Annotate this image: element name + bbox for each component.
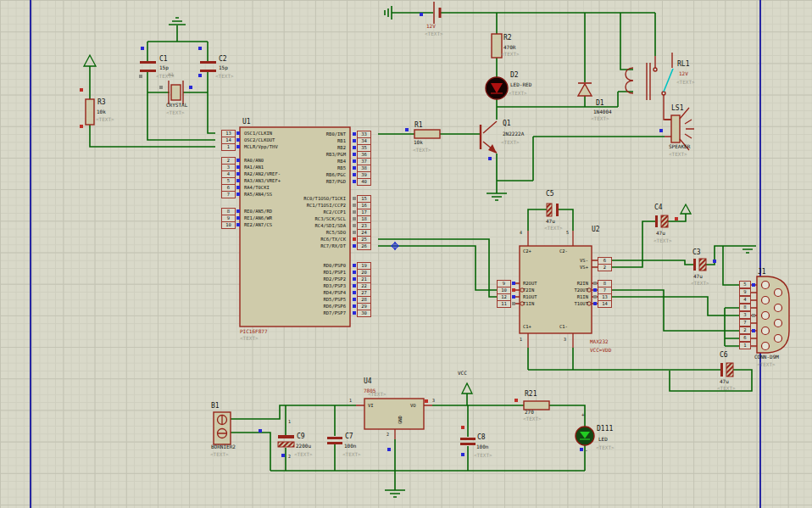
c2-text[interactable]: <TEXT> [215,74,234,79]
c8-value[interactable]: 100n [476,444,488,449]
j1-text[interactable]: <TEXT> [757,362,776,367]
rl1-value[interactable]: 12V [679,71,688,76]
r3-value[interactable]: 10k [97,109,106,114]
pin-row: 3 [739,311,755,319]
x1-text[interactable]: <TEXT> [166,110,185,115]
c7-ref[interactable]: C7 [345,433,353,440]
r1-ref[interactable]: R1 [414,122,423,129]
c7-value[interactable]: 100n [344,444,356,449]
d111-value[interactable]: LED [598,437,608,442]
j1-ref[interactable]: J1 [758,269,766,276]
r21-ref[interactable]: R21 [525,391,537,398]
rl1-ref[interactable]: RL1 [677,61,689,68]
r3-text[interactable]: <TEXT> [96,117,114,122]
c4-ref[interactable]: C4 [654,204,663,211]
b1-value[interactable]: BORNIER2 [211,444,236,449]
r21-text[interactable]: <TEXT> [523,416,542,421]
c6-value[interactable]: 47u [720,379,729,384]
c3-value[interactable]: 47u [693,274,703,279]
u1-left-pins-g2[interactable]: 234567 [214,157,240,198]
d2-text[interactable]: <TEXT> [509,91,527,96]
r2-ref[interactable]: R2 [503,35,512,42]
rl1-text[interactable]: <TEXT> [676,80,695,85]
u1-right-pins-g2[interactable]: 1516171823242526 [353,195,378,249]
u2-left-pins[interactable]: 9101211 [495,280,515,307]
r1-value[interactable]: 10k [414,140,423,145]
q1-value[interactable]: 2N2222A [503,131,524,137]
d1-ref[interactable]: D1 [596,100,604,107]
u1-part[interactable]: PIC16F877 [240,329,268,334]
battery-value[interactable]: 12V [426,24,436,29]
c4-text[interactable]: <TEXT> [653,238,672,243]
d111-symbol[interactable] [576,427,594,445]
j1-pins[interactable]: 594837261 [739,281,755,349]
q1-text[interactable]: <TEXT> [501,140,520,145]
r3-ref[interactable]: R3 [97,99,106,106]
d1-text[interactable]: <TEXT> [591,116,609,121]
j1-value[interactable]: CONN-D9M [754,354,779,360]
r2-text[interactable]: <TEXT> [501,52,520,57]
ls1-text[interactable]: <TEXT> [669,152,687,157]
x1-value[interactable]: CRYSTAL [166,103,187,108]
d2-symbol[interactable] [486,77,508,99]
b1-text[interactable]: <TEXT> [210,452,229,457]
battery-text[interactable]: <TEXT> [425,31,443,36]
c1-value[interactable]: 15p [159,65,169,70]
c8-ref[interactable]: C8 [477,434,486,441]
r2-value[interactable]: 470R [503,45,515,50]
c9-value[interactable]: 2200u [296,444,311,449]
relay-lever[interactable] [664,69,673,92]
r21-value[interactable]: 270 [525,410,534,415]
c5-ref[interactable]: C5 [546,191,554,198]
c8-text[interactable]: <TEXT> [474,453,492,458]
u2-right-pins-b[interactable]: 871314 [593,280,614,307]
u2-note[interactable]: VCC=VDD [590,348,611,353]
b1-ref[interactable]: B1 [211,403,220,410]
r1-text[interactable]: <TEXT> [413,148,431,153]
u2-right-pins-a[interactable]: 62 [593,257,614,271]
u4-text[interactable]: <TEXT> [368,392,387,397]
u2-ref[interactable]: U2 [592,226,600,233]
rl1-symbol[interactable] [626,53,672,120]
u1-text[interactable]: <TEXT> [240,336,259,341]
u1-right-pins-g1[interactable]: 3334353637383940 [353,131,378,185]
d111-ref[interactable]: D111 [597,426,613,433]
c3-text[interactable]: <TEXT> [691,281,709,286]
c9-text[interactable]: <TEXT> [294,452,313,457]
ls1-body[interactable] [671,115,680,142]
u2-part[interactable]: MAX232 [590,339,609,344]
c3-ref[interactable]: C3 [692,249,701,256]
r1-body[interactable] [414,130,440,138]
vcc-label[interactable]: VCC [458,371,467,376]
c6-ref[interactable]: C6 [720,352,728,359]
d2-ref[interactable]: D2 [510,72,519,79]
u4-ref[interactable]: U4 [364,378,372,385]
u1-ref[interactable]: U1 [242,119,251,126]
q1-ref[interactable]: Q1 [503,120,511,127]
capacitor-plates[interactable] [140,61,723,445]
battery-symbol[interactable] [434,2,440,24]
r3-body[interactable] [86,99,94,125]
ls1-value[interactable]: SPEAKER [669,144,690,149]
c7-text[interactable]: <TEXT> [342,452,361,457]
ls1-ref[interactable]: LS1 [671,105,683,112]
d1-value[interactable]: 1N4004 [593,109,612,114]
c2-ref[interactable]: C2 [219,56,227,63]
q1-symbol[interactable] [481,121,497,154]
u1-left-pins-g3[interactable]: 8910 [214,208,240,228]
c1-ref[interactable]: C1 [159,56,168,63]
x1-ref[interactable]: X1 [168,72,174,77]
u1-left-pins-g1[interactable]: 13141 [214,130,240,150]
u1-right-pins-g3[interactable]: 1920212227282930 [353,262,378,316]
d2-value[interactable]: LED-RED [510,82,531,87]
wiring-layer[interactable] [0,0,812,508]
d1-symbol[interactable] [578,83,592,96]
c5-value[interactable]: 47u [546,219,555,224]
d111-text[interactable]: <TEXT> [596,445,615,450]
c5-text[interactable]: <TEXT> [544,226,563,231]
x1-body[interactable] [171,85,181,100]
c6-text[interactable]: <TEXT> [717,386,736,391]
c4-value[interactable]: 47u [656,231,665,236]
c2-value[interactable]: 15p [219,65,228,70]
c9-ref[interactable]: C9 [297,433,305,440]
